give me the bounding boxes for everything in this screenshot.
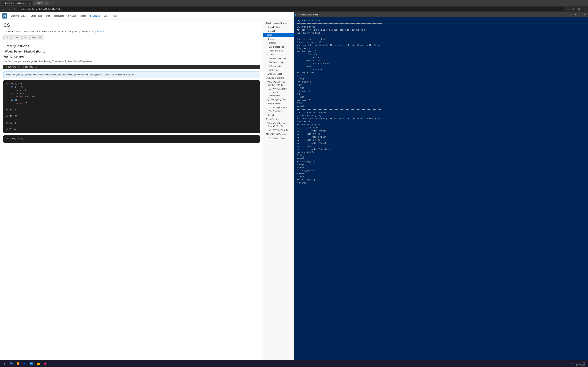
ps-dropdown-btn[interactable]: ∨ (573, 13, 577, 17)
taskbar-firefox[interactable] (15, 360, 21, 367)
nav-tutor[interactable]: Tutor (111, 14, 119, 18)
sidebar-division[interactable]: Division (263, 37, 294, 41)
back-btn[interactable]: ‹ (1, 7, 6, 12)
start-btn[interactable]: ⊞ (1, 360, 8, 367)
wwpd-desc: Use Ok to test your knowledge with the f… (3, 60, 260, 63)
sidebar-control[interactable]: Control (263, 53, 294, 57)
site-nav: CS Weekly Schedule Office Hours Staff Re… (0, 12, 294, 20)
blue-box: Make sure your while loop conditions eve… (3, 71, 260, 78)
sidebar-error-messages[interactable]: Error Messages (263, 72, 294, 76)
ps-title-text: Windows PowerShell (299, 14, 318, 16)
sidebar-using-python[interactable]: Using Python (263, 25, 294, 29)
sidebar-return-and-print[interactable]: return and print (263, 49, 294, 53)
ps-content[interactable]: OK, version v1.18.1=====================… (294, 17, 588, 360)
taskbar-powershell[interactable]: PS (22, 360, 28, 367)
how-big-func: how_big(x): (11, 138, 25, 140)
taskbar-vscode[interactable]: VS (29, 360, 35, 367)
nav-feedback[interactable]: Feedback (88, 14, 101, 18)
menu-btn[interactable]: ⋮ (582, 7, 587, 12)
sidebar-topics[interactable]: Topics (263, 33, 294, 37)
sidebar-q5-sum-digits[interactable]: Q5: Sum Digits (263, 109, 294, 113)
intro-link[interactable]: the questions (91, 30, 104, 33)
ps-minimize-btn[interactable]: ─ (578, 13, 582, 17)
sidebar-q3-debugging[interactable]: Q3: Debugging Quiz! (263, 98, 294, 101)
url-text: inst.eecs.berkeley.edu/~cs61a/fa20/lab/l… (21, 8, 62, 10)
code-block-xk: def xk(c, d): if c == 4: return 6 elif d… (3, 80, 260, 133)
refresh-btn[interactable]: ↻ (13, 7, 18, 12)
content-area: CS This section if you need a refresher … (0, 20, 294, 360)
ps-titlebar: ▶ Windows PowerShell + ∨ ─ ✕ (294, 12, 588, 17)
wwpd-sub: WWPD: Control (3, 55, 260, 58)
taskbar: ⊞ PS VS ENG 22:55 16/03/2026 (0, 360, 588, 367)
nav-office[interactable]: Office Hours (29, 14, 44, 18)
sidebar-wwpd-part1[interactable]: What Would Python Display? (Part 1) (263, 80, 294, 87)
section-btn-rol[interactable]: rol (21, 35, 29, 40)
address-bar: ‹ › ↻ inst.eecs.berkeley.edu/~cs61a/fa20… (0, 6, 588, 12)
sidebar-q4-falling[interactable]: Q4: Falling Factorial (263, 106, 294, 109)
sidebar-call-expressions[interactable]: Call expressions (263, 45, 294, 49)
forward-btn[interactable]: › (7, 7, 12, 12)
site-logo: CS (2, 13, 7, 18)
sidebar-functions[interactable]: Functions (263, 41, 294, 45)
sidebar-coding-practice[interactable]: Coding Practice (263, 101, 294, 106)
sidebar-quick-logistics[interactable]: Quick Logistics Review (263, 21, 294, 25)
nav-syllabus[interactable]: Syllabus (67, 14, 78, 18)
sidebar-q2-veritasiness[interactable]: Q2: WWPD: Veritasiness (263, 91, 294, 98)
ps-new-tab-btn[interactable]: + (568, 13, 572, 17)
tab-active[interactable]: Functions & Functions, ... ✕ (1, 1, 33, 5)
section-btn-messages[interactable]: Messages (29, 35, 44, 40)
svg-point-8 (44, 362, 46, 365)
new-tab-btn[interactable]: + (50, 1, 55, 5)
sys-lang: ENG (571, 363, 575, 365)
tab-inactive[interactable]: 下载内容 ✕ (33, 1, 50, 5)
extensions-btn[interactable]: ⚙ (576, 7, 581, 12)
nav-buttons: on tions rol Messages (3, 35, 260, 42)
nav-piazza[interactable]: Piazza (78, 14, 88, 18)
svg-point-3 (17, 363, 19, 364)
page-title: CS (3, 22, 260, 28)
url-bar[interactable]: inst.eecs.berkeley.edu/~cs61a/fa20/lab/l… (19, 7, 564, 11)
taskbar-app6[interactable] (42, 360, 48, 367)
sidebar-q1-control[interactable]: Q1: WWPD: Control (263, 87, 294, 91)
ps-close-btn[interactable]: ✕ (583, 13, 587, 17)
sidebar-more-coding-practice[interactable]: More Coding Practice (263, 132, 294, 136)
taskbar-folder[interactable] (35, 360, 42, 367)
sidebar-if-statements[interactable]: If Statements (263, 64, 294, 68)
terminal-command: $ python3 ok -q control -u (3, 65, 260, 69)
sidebar-using-ok[interactable]: Using OK (263, 29, 294, 33)
sidebar-q7-double-eights[interactable]: Q7: Double Eights (263, 136, 294, 140)
taskbar-chrome[interactable] (8, 360, 14, 367)
sidebar-boolean-operators[interactable]: Boolean Operators (263, 57, 294, 60)
date: 16/03/2026 (576, 364, 585, 366)
tab-close-btn-2[interactable]: ✕ (45, 2, 47, 4)
sidebar-required-questions[interactable]: Required Questions (263, 76, 294, 80)
svg-point-1 (10, 363, 12, 364)
required-heading: uired Questions (3, 44, 260, 48)
browser-content: CS Weekly Schedule Office Hours Staff Re… (0, 12, 294, 360)
powershell-panel: ▶ Windows PowerShell + ∨ ─ ✕ OK, version… (294, 12, 588, 360)
sidebar: Quick Logistics Review Using Python Usin… (263, 20, 294, 360)
nav-staff[interactable]: Staff (44, 14, 52, 18)
sidebar-q6-what-if[interactable]: Q6: WWPD: What if? (263, 128, 294, 132)
ps-title: ▶ Windows PowerShell (295, 13, 318, 16)
browser-actions: ☆ ⊙ ⚙ ⋮ (566, 7, 587, 12)
nav-weekly[interactable]: Weekly Schedule (9, 14, 28, 18)
sidebar-submit[interactable]: Submit (263, 113, 294, 117)
ps-icon: ▶ (295, 13, 297, 16)
screenshot-btn[interactable]: ⊙ (571, 7, 576, 12)
svg-text:VS: VS (30, 363, 32, 365)
terminal-prompt: $ (5, 66, 7, 68)
bookmark-btn[interactable]: ☆ (566, 7, 570, 12)
nav-resources[interactable]: Resources (52, 14, 66, 18)
sidebar-extra-practice[interactable]: Extra Practice (263, 117, 294, 121)
sidebar-short-circuiting[interactable]: Short Circuiting (263, 60, 294, 64)
section-btn-tions[interactable]: tions (11, 35, 21, 40)
tab-label-2: 下载内容 (35, 2, 43, 5)
nav-code[interactable]: Code (102, 14, 110, 18)
tab-close-btn[interactable]: ✕ (28, 2, 30, 4)
browser-chrome: Functions & Functions, ... ✕ 下载内容 ✕ + ‹ … (0, 0, 588, 12)
sidebar-while-loops[interactable]: While Loops (263, 68, 294, 72)
svg-text:PS: PS (24, 363, 26, 365)
section-btn-on[interactable]: on (3, 35, 11, 40)
sidebar-wwpd-part2[interactable]: What Would Python Display? (Part 2) (263, 121, 294, 128)
